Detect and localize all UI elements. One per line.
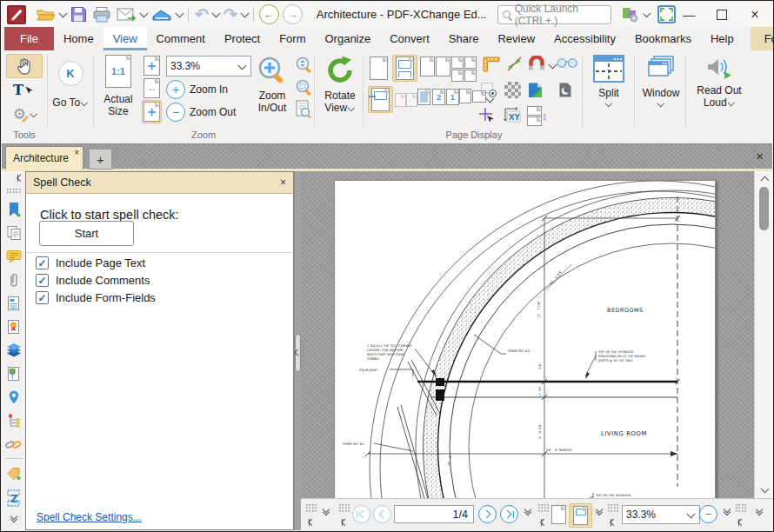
sidebar-layers-button[interactable] <box>3 338 24 362</box>
window-button[interactable]: Window <box>638 55 684 126</box>
statusbar-overflow-icon[interactable] <box>724 509 730 515</box>
collapse-panel-button[interactable] <box>4 171 23 185</box>
snap-dropdown-icon[interactable] <box>549 61 557 70</box>
open-file-button[interactable] <box>34 3 58 26</box>
sidebar-links-button[interactable] <box>3 432 24 456</box>
statusbar-overflow-icon[interactable] <box>525 509 530 515</box>
summarize-comments-button[interactable] <box>417 89 430 105</box>
tab-convert[interactable]: Convert <box>380 27 439 50</box>
close-button[interactable]: × <box>744 4 765 25</box>
scan-button[interactable] <box>149 3 175 26</box>
scan-dropdown-icon[interactable] <box>176 10 184 18</box>
redo-button[interactable]: ↷ <box>221 3 240 26</box>
continuous-mode-button[interactable] <box>569 503 592 528</box>
undo-button[interactable]: ↶ <box>192 3 211 26</box>
go-forward-button[interactable]: → <box>283 4 303 24</box>
tab-share[interactable]: Share <box>439 27 489 50</box>
tab-comment[interactable]: Comment <box>147 27 215 50</box>
include-form-fields-option[interactable]: ✓ Include Form-Fields <box>36 291 156 304</box>
split-button[interactable]: Split <box>586 55 631 126</box>
zoom-level-select[interactable]: 33.3% <box>166 56 251 76</box>
loupe-tool-button[interactable] <box>295 100 312 119</box>
snap-button[interactable] <box>527 56 546 72</box>
statusbar-overflow-icon[interactable] <box>597 509 602 515</box>
scrollbar-thumb[interactable] <box>759 187 769 230</box>
select-text-button[interactable]: T <box>6 79 41 102</box>
right-to-left-button[interactable]: 21 <box>432 89 459 105</box>
statusbar-grip[interactable] <box>305 503 317 526</box>
zoom-in-out-button[interactable]: ZoomIn/Out <box>250 55 295 126</box>
open-dropdown-icon[interactable] <box>59 10 68 18</box>
checkbox-checked-icon[interactable]: ✓ <box>36 291 49 304</box>
continuous-view-button[interactable] <box>392 55 417 82</box>
fullscreen-button[interactable] <box>655 3 678 26</box>
statusbar-overflow-icon[interactable] <box>757 509 762 515</box>
sidebar-comments-button[interactable] <box>3 244 24 268</box>
email-dropdown-icon[interactable] <box>140 10 149 18</box>
undo-dropdown-icon[interactable] <box>211 10 220 18</box>
tab-accessibility[interactable]: Accessibility <box>544 27 625 50</box>
email-button[interactable] <box>114 3 139 26</box>
tab-file[interactable]: File <box>4 27 54 50</box>
checkbox-checked-icon[interactable]: ✓ <box>36 256 49 269</box>
tab-bookmarks[interactable]: Bookmarks <box>625 27 701 50</box>
guides-button[interactable] <box>477 106 496 124</box>
go-to-button[interactable]: K Go To <box>50 55 90 126</box>
tab-home[interactable]: Home <box>54 27 103 50</box>
tab-form[interactable]: Form <box>270 27 315 50</box>
scroll-down-icon[interactable] <box>760 482 770 497</box>
tab-view[interactable]: View <box>103 27 147 50</box>
read-out-loud-button[interactable]: Read OutLoud <box>692 55 746 126</box>
redo-dropdown-icon[interactable] <box>240 10 249 18</box>
sidebar-bookmarks-button[interactable] <box>3 197 24 221</box>
first-page-button[interactable] <box>352 505 370 523</box>
minimize-button[interactable]: — <box>678 4 699 25</box>
page-size-button[interactable]: ↕ <box>527 106 548 126</box>
dynamic-zoom-button[interactable] <box>295 56 312 73</box>
rulers-button[interactable] <box>482 56 501 73</box>
two-pages-button[interactable] <box>420 57 450 76</box>
page-number-input[interactable]: 1/4 <box>394 505 474 523</box>
fit-page-button[interactable]: ✛ <box>143 56 160 76</box>
statusbar-overflow-icon[interactable] <box>324 509 329 515</box>
fit-visible-button[interactable]: ✛ <box>142 100 162 123</box>
hand-tool-button[interactable] <box>6 54 43 78</box>
marquee-zoom-button[interactable] <box>295 78 312 96</box>
document-tab-architecture[interactable]: Architecture × <box>5 146 83 170</box>
zoom-out-button[interactable]: −Zoom Out <box>166 102 236 123</box>
tab-protect[interactable]: Protect <box>215 27 270 50</box>
tab-review[interactable]: Review <box>488 27 544 50</box>
sidebar-content-button[interactable]: T <box>3 362 24 385</box>
statusbar-zoom-select[interactable]: 33.3% <box>622 505 700 524</box>
tab-close-icon[interactable]: × <box>74 148 79 157</box>
page-transitions-button[interactable] <box>527 82 544 98</box>
last-page-button[interactable] <box>500 505 518 523</box>
spell-check-close-icon[interactable]: × <box>280 176 286 189</box>
statusbar-zoom-out-button[interactable]: − <box>699 505 717 523</box>
statusbar-grip[interactable] <box>338 503 350 526</box>
quick-launch-input[interactable]: Quick Launch (CTRL+.) <box>497 5 612 24</box>
include-comments-option[interactable]: ✓ Include Comments <box>36 274 150 287</box>
spell-check-settings-link[interactable]: Spell Check Settings... <box>37 511 142 523</box>
panel-splitter[interactable] <box>294 171 301 530</box>
two-pages-continuous-button[interactable] <box>451 57 477 82</box>
go-back-button[interactable]: ← <box>259 4 279 24</box>
sidebar-attachments-button[interactable] <box>3 268 24 291</box>
sidebar-signatures-button[interactable] <box>3 315 24 338</box>
start-button[interactable]: Start <box>39 221 134 246</box>
print-button[interactable] <box>90 3 114 26</box>
include-page-text-option[interactable]: ✓ Include Page Text <box>36 256 145 269</box>
tab-help[interactable]: Help <box>701 27 744 50</box>
night-mode-button[interactable] <box>558 82 572 98</box>
save-button[interactable] <box>68 3 90 26</box>
tab-format[interactable]: Format <box>751 27 774 50</box>
split-pages-button[interactable] <box>395 93 417 107</box>
panel-drag-handle[interactable] <box>3 185 24 197</box>
single-page-mode-button[interactable] <box>551 505 566 524</box>
strip-more-button[interactable] <box>3 511 24 527</box>
tab-organize[interactable]: Organize <box>315 27 380 50</box>
zoom-in-button[interactable]: +Zoom In <box>166 79 228 100</box>
splitter-collapse-handle[interactable] <box>295 334 301 372</box>
fit-spread-button[interactable] <box>506 56 523 72</box>
units-origin-button[interactable]: XY <box>503 106 523 124</box>
